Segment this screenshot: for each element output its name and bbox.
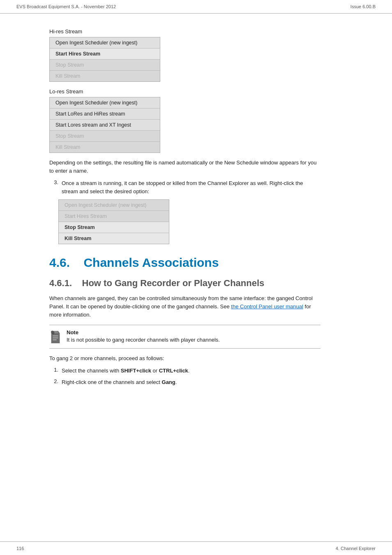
step-1-text: Select the channels with SHIFT+click or … (62, 367, 189, 375)
control-panel-link[interactable]: the Control Panel user manual (231, 303, 303, 310)
page: EVS Broadcast Equipment S.A. - November … (0, 0, 392, 555)
running-menu-item-2: Start Hires Stream (59, 211, 169, 222)
numbered-item-3: 3. Once a stream is running, it can be s… (49, 179, 321, 196)
step-2-num: 2. (49, 378, 58, 386)
running-context-menu: Open Ingest Scheduler (new ingest) Start… (58, 199, 169, 244)
page-footer: 116 4. Channel Explorer (0, 541, 392, 555)
lores-menu-item-2[interactable]: Start LoRes and HiRes stream (50, 109, 160, 120)
step-1-num: 1. (49, 367, 58, 375)
lores-menu-item-4: Stop Stream (50, 131, 160, 142)
section-46-number: 4.6. (49, 256, 70, 269)
body-text-1: Depending on the settings, the resulting… (49, 159, 321, 175)
footer-left: 116 (16, 546, 24, 551)
step-num-3: 3. (49, 179, 58, 196)
hires-label: Hi-res Stream (49, 28, 376, 35)
lores-label: Lo-res Stream (49, 88, 376, 95)
step-2-text: Right-click one of the channels and sele… (62, 378, 177, 386)
header-right: Issue 6.00.B (350, 4, 376, 9)
lores-menu-item-5: Kill Stream (50, 142, 160, 153)
step-text-3: Once a stream is running, it can be stop… (62, 179, 321, 196)
hires-menu-item-2[interactable]: Start Hires Stream (50, 49, 160, 60)
lores-menu-item-3[interactable]: Start Lores stream and XT Ingest (50, 120, 160, 131)
note-text: It is not possible to gang recorder chan… (67, 337, 220, 343)
section-461-title: How to Gang Recorder or Player Channels (82, 278, 265, 288)
hires-menu-item-4: Kill Stream (50, 71, 160, 81)
body-text-2: When channels are ganged, they can be co… (49, 294, 321, 319)
page-header: EVS Broadcast Equipment S.A. - November … (0, 0, 392, 14)
hires-context-menu: Open Ingest Scheduler (new ingest) Start… (49, 37, 160, 82)
section-461-number: 4.6.1. (49, 278, 72, 288)
note-icon (49, 330, 62, 344)
running-menu-item-1: Open Ingest Scheduler (new ingest) (59, 200, 169, 211)
note-title: Note (67, 329, 220, 335)
section-461-heading: 4.6.1. How to Gang Recorder or Player Ch… (49, 278, 376, 289)
lores-context-menu: Open Ingest Scheduler (new ingest) Start… (49, 97, 160, 153)
running-menu-item-3[interactable]: Stop Stream (59, 222, 169, 233)
section-46-title: Channels Associations (83, 256, 219, 269)
step-1: 1. Select the channels with SHIFT+click … (49, 367, 321, 375)
running-menu-item-4[interactable]: Kill Stream (59, 233, 169, 244)
header-left: EVS Broadcast Equipment S.A. - November … (16, 4, 116, 9)
hires-menu-item-3: Stop Stream (50, 60, 160, 71)
footer-right: 4. Channel Explorer (336, 546, 376, 551)
content-area: Hi-res Stream Open Ingest Scheduler (new… (0, 14, 392, 414)
step-2: 2. Right-click one of the channels and s… (49, 378, 321, 386)
svg-rect-4 (53, 340, 56, 340)
body-text-3: To gang 2 or more channels, proceed as f… (49, 354, 321, 363)
note-content: Note It is not possible to gang recorder… (67, 329, 220, 343)
note-box: Note It is not possible to gang recorder… (49, 325, 321, 349)
section-46-heading: 4.6. Channels Associations (49, 256, 376, 270)
svg-rect-3 (53, 338, 58, 338)
lores-menu-item-1[interactable]: Open Ingest Scheduler (new ingest) (50, 97, 160, 109)
hires-menu-item-1[interactable]: Open Ingest Scheduler (new ingest) (50, 37, 160, 49)
svg-rect-2 (53, 335, 58, 336)
